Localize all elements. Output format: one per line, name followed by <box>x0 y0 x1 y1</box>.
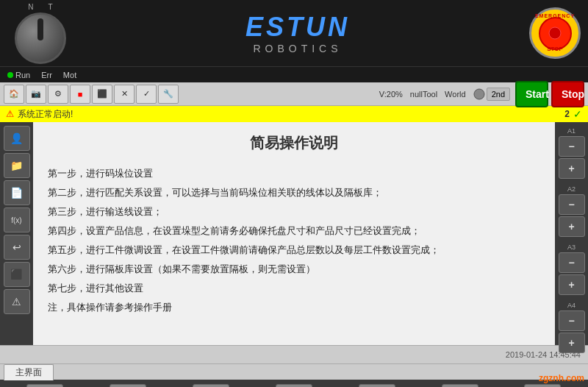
run-label: Run <box>15 71 30 79</box>
home-toolbar-btn[interactable]: 🏠 <box>4 85 24 104</box>
mot-indicator: Mot <box>63 71 76 79</box>
a3-plus-btn[interactable]: + <box>559 274 585 295</box>
content-items: 第一步，进行码垛位设置第二步，进行匹配关系设置，可以选择与当前码垛位相关联的线体… <box>48 164 540 317</box>
sidebar-folder-btn[interactable]: 📁 <box>4 153 30 178</box>
a2-plus-btn[interactable]: + <box>559 216 585 237</box>
world-display: World <box>445 90 466 99</box>
bottom-buttons: Rob Mot Jog F/B Step V- V+ <box>0 380 588 387</box>
a4-label: A4 <box>567 302 576 309</box>
a2-label: A2 <box>567 185 576 193</box>
velocity-display: V:20% <box>379 90 403 99</box>
sidebar-user-btn[interactable]: 👤 <box>4 126 30 151</box>
a3-label: A3 <box>567 244 576 251</box>
status-bar: Run Err Mot <box>0 66 588 82</box>
bottom-status-bar: 2019-01-24 14:45:44 <box>0 345 588 363</box>
sidebar-doc-btn[interactable]: 📄 <box>4 180 30 205</box>
content-panel: 简易操作说明 第一步，进行码垛位设置第二步，进行匹配关系设置，可以选择与当前码垛… <box>33 122 555 345</box>
sidebar-level-btn[interactable]: ⬛ <box>4 262 30 287</box>
logo-area: ESTUN ROBOTICS <box>66 12 529 54</box>
list-item: 第四步，设置产品信息，在设置垛型之前请务必确保托盘尺寸和产品尺寸已经设置完成； <box>48 221 540 241</box>
start-button[interactable]: Start <box>515 81 548 107</box>
emergency-bottom-label: STOP <box>547 46 563 52</box>
err-indicator: Err <box>41 71 52 79</box>
a1-label: A1 <box>567 127 576 135</box>
x-btn[interactable]: ✕ <box>114 85 135 104</box>
knob-n-label: N <box>28 3 33 11</box>
stop-square-btn[interactable]: ⬛ <box>92 85 112 104</box>
main-area: 👤 📁 📄 f(x) ↩ ⬛ ⚠ 简易操作说明 第一步，进行码垛位设置第二步，进… <box>0 122 588 345</box>
logo-sub: ROBOTICS <box>253 43 342 54</box>
right-sidebar: A1 − + A2 − + A3 − + A4 − + <box>555 122 588 345</box>
list-item: 第三步，进行输送线设置； <box>48 202 540 221</box>
tab-bar: 主界面 <box>0 363 588 380</box>
list-item: 第七步，进行其他设置 <box>48 279 540 298</box>
step-button[interactable]: Step <box>359 384 395 387</box>
alert-icon: ⚠ <box>6 109 14 119</box>
a4-minus-btn[interactable]: − <box>559 310 585 331</box>
emergency-stop-button[interactable]: EMERGENCY STOP <box>529 7 581 59</box>
sidebar-warning-btn[interactable]: ⚠ <box>4 289 30 314</box>
err-label: Err <box>41 71 52 79</box>
v-plus-button[interactable]: V+ <box>524 384 561 387</box>
second-btn[interactable]: 2nd <box>487 88 510 101</box>
a2-minus-btn[interactable]: − <box>559 194 585 215</box>
svg-point-1 <box>474 89 484 99</box>
emergency-top-label: EMERGENCY <box>535 13 575 18</box>
a1-plus-btn[interactable]: + <box>559 158 585 179</box>
svg-point-0 <box>549 27 561 39</box>
watermark: zgznh.com <box>539 373 584 383</box>
list-item: 第二步，进行匹配关系设置，可以选择与当前码垛位相关联的线体以及隔板库； <box>48 183 540 202</box>
mode-knob[interactable] <box>15 13 66 64</box>
tool-display: nullTool <box>410 90 437 99</box>
run-dot <box>7 72 13 78</box>
header: N T ESTUN ROBOTICS EMERGENCY STOP <box>0 0 588 66</box>
run-indicator: Run <box>7 71 30 79</box>
check-btn[interactable]: ✓ <box>136 85 157 104</box>
toolbar-info: V:20% nullTool World <box>379 88 485 100</box>
jog-button[interactable]: Jog <box>193 384 229 387</box>
knob-t-label: T <box>49 3 53 11</box>
main-tab[interactable]: 主界面 <box>4 364 54 380</box>
sidebar-function-btn[interactable]: f(x) <box>4 207 30 232</box>
toolbar: 🏠 📷 ⚙ ■ ⬛ ✕ ✓ 🔧 V:20% nullTool World 2nd… <box>0 82 588 106</box>
camera-toolbar-btn[interactable]: 📷 <box>26 85 46 104</box>
sidebar-arrow-btn[interactable]: ↩ <box>4 235 30 260</box>
stop-button[interactable]: Stop <box>551 81 584 107</box>
alert-bar: ⚠ 系统正常启动! 2 ✓ <box>0 106 588 122</box>
left-sidebar: 👤 📁 📄 f(x) ↩ ⬛ ⚠ <box>0 122 33 345</box>
alert-message: 系统正常启动! <box>18 108 73 121</box>
a1-minus-btn[interactable]: − <box>559 136 585 157</box>
emergency-stop-inner <box>539 17 572 50</box>
red-square-btn[interactable]: ■ <box>70 85 90 104</box>
mot-button[interactable]: Mot <box>110 384 146 387</box>
alert-check: ✓ <box>573 108 582 120</box>
list-item: 第一步，进行码垛位设置 <box>48 164 540 183</box>
rob-button[interactable]: Rob <box>26 384 63 387</box>
wrench-btn[interactable]: 🔧 <box>158 85 179 104</box>
a3-minus-btn[interactable]: − <box>559 252 585 273</box>
mot-label: Mot <box>63 71 76 79</box>
logo-main: ESTUN <box>245 12 350 43</box>
list-item: 注，具体操作请参考操作手册 <box>48 298 540 317</box>
settings-toolbar-btn[interactable]: ⚙ <box>48 85 68 104</box>
fb-button[interactable]: F/B <box>276 384 312 387</box>
alert-number: 2 <box>564 109 570 119</box>
content-title: 简易操作说明 <box>48 133 540 153</box>
list-item: 第五步，进行工件微调设置，在设置工件微调前请确保产品总层数以及每层工件数设置完成… <box>48 241 540 260</box>
timestamp: 2019-01-24 14:45:44 <box>506 350 581 359</box>
list-item: 第六步，进行隔板库设置（如果不需要放置隔板，则无需设置） <box>48 260 540 279</box>
v-minus-button[interactable]: V- <box>442 384 478 387</box>
